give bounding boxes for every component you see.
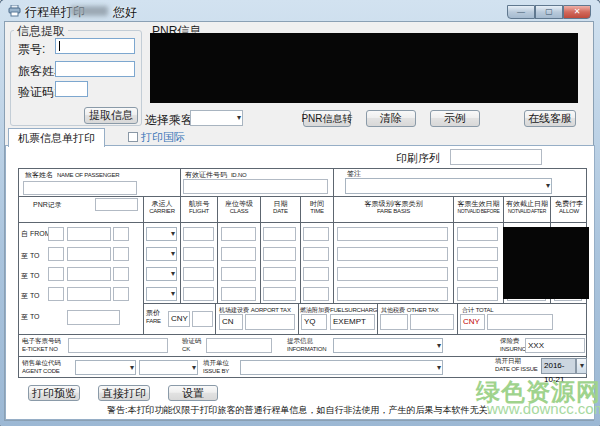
passenger-name-input[interactable] xyxy=(55,61,135,77)
print-seq-input[interactable] xyxy=(450,149,542,165)
from-code-input[interactable] xyxy=(48,227,64,241)
date-input-2[interactable] xyxy=(263,247,296,261)
print-intl-label: 打印国际 xyxy=(141,130,185,145)
fare-amount-input[interactable] xyxy=(192,311,213,327)
to1-terminal-input[interactable] xyxy=(113,247,129,261)
pnr-info-textarea[interactable] xyxy=(150,33,578,103)
form-line xyxy=(143,303,587,304)
form-name-input[interactable] xyxy=(23,181,137,195)
final-to-input[interactable] xyxy=(67,310,120,325)
example-button[interactable]: 示例 xyxy=(430,110,480,127)
pnr-convert-button[interactable]: PNR信息转 xyxy=(303,110,351,127)
carrier-combobox-4[interactable]: ▾ xyxy=(146,287,177,301)
notvalid-before-input-2[interactable] xyxy=(457,247,498,261)
farebasis-input-4[interactable] xyxy=(337,287,448,301)
notvalid-before-input-4[interactable] xyxy=(457,287,498,301)
minimize-button[interactable]: — xyxy=(507,5,535,19)
date-input-1[interactable] xyxy=(263,227,296,241)
to1-city-input[interactable] xyxy=(67,247,111,261)
total-amount-input[interactable] xyxy=(487,314,553,330)
form-line xyxy=(333,168,334,303)
captcha-label: 验证码: xyxy=(18,84,57,101)
date-input-3[interactable] xyxy=(263,267,296,281)
dropdown-arrow-icon: ▾ xyxy=(171,230,175,238)
class-input-1[interactable] xyxy=(221,227,256,241)
farebasis-input-2[interactable] xyxy=(337,247,448,261)
text-caret xyxy=(59,41,60,51)
to3-code-input[interactable] xyxy=(48,287,64,301)
issue-by-combobox[interactable]: ▾ xyxy=(240,360,443,375)
class-input-4[interactable] xyxy=(221,287,256,301)
information-combobox[interactable]: ▾ xyxy=(333,338,443,353)
eticket-input[interactable] xyxy=(68,338,168,353)
from-city-input[interactable] xyxy=(67,227,111,241)
endorsement-combobox[interactable]: ▾ xyxy=(345,178,552,194)
form-id-input[interactable] xyxy=(183,179,328,194)
to2-code-input[interactable] xyxy=(48,267,64,281)
notvalid-before-input-3[interactable] xyxy=(457,267,498,281)
flight-input-4[interactable] xyxy=(183,287,214,301)
time-input-1[interactable] xyxy=(303,227,329,241)
warning-text: 警告:本打印功能仅限于打印旅客的普通行程单信息，如自行非法使用，产生的后果与本软… xyxy=(107,404,497,417)
print-intl-checkbox[interactable] xyxy=(128,132,138,142)
extract-info-button[interactable]: 提取信息 xyxy=(84,107,138,124)
carrier-combobox-2[interactable]: ▾ xyxy=(146,247,177,261)
to2-city-input[interactable] xyxy=(67,267,111,281)
dropdown-arrow-icon: ▾ xyxy=(237,114,241,122)
carrier-combobox-1[interactable]: ▾ xyxy=(146,227,177,241)
col-notvalid-after-header: 有效截止日期NOTVALID AFTER xyxy=(504,199,550,215)
ck-input[interactable] xyxy=(206,338,272,353)
close-button[interactable]: ✕ xyxy=(563,5,591,19)
fare-currency-input[interactable]: CNY xyxy=(168,311,190,327)
form-line xyxy=(18,334,587,335)
insurance-input[interactable]: XXX xyxy=(525,338,585,353)
airport-tax-amount-input[interactable] xyxy=(245,314,295,330)
issue-date-drop-button[interactable]: ▾ xyxy=(576,358,587,374)
time-input-4[interactable] xyxy=(303,287,329,301)
tab-ticket-print[interactable]: 机票信息单打印 xyxy=(8,128,105,147)
flight-input-2[interactable] xyxy=(183,247,214,261)
agent-code-combobox-1[interactable]: ▾ xyxy=(75,360,136,375)
issue-date-picker[interactable]: 2016-10-21 xyxy=(541,358,576,374)
class-input-3[interactable] xyxy=(221,267,256,281)
direct-print-button[interactable]: 直接打印 xyxy=(98,385,150,401)
fuel-code-input[interactable]: YQ xyxy=(301,314,327,330)
to3-city-input[interactable] xyxy=(67,287,111,301)
online-service-button[interactable]: 在线客服 xyxy=(524,110,576,127)
class-input-2[interactable] xyxy=(221,247,256,261)
time-input-3[interactable] xyxy=(303,267,329,281)
redacted-username xyxy=(70,6,108,16)
captcha-input[interactable] xyxy=(55,81,88,97)
agent-code-combobox-2[interactable]: ▾ xyxy=(139,360,198,375)
total-currency-input[interactable]: CNY xyxy=(460,314,485,330)
farebasis-input-3[interactable] xyxy=(337,267,448,281)
flight-input-3[interactable] xyxy=(183,267,214,281)
clear-button[interactable]: 清除 xyxy=(366,110,416,127)
carrier-combobox-3[interactable]: ▾ xyxy=(146,267,177,281)
settings-button[interactable]: 设置 xyxy=(168,385,218,401)
greeting-text: 您好 xyxy=(113,4,137,21)
flight-input-1[interactable] xyxy=(183,227,214,241)
ticket-no-input[interactable] xyxy=(55,38,135,54)
pnr-record-input[interactable] xyxy=(95,198,138,211)
farebasis-input-1[interactable] xyxy=(337,227,448,241)
form-line xyxy=(180,168,181,303)
airport-tax-code-input[interactable]: CN xyxy=(219,314,243,330)
dropdown-arrow-icon: ▾ xyxy=(546,182,550,190)
from-terminal-input[interactable] xyxy=(113,227,129,241)
other-tax-code-input[interactable] xyxy=(380,314,408,330)
notvalid-before-input-1[interactable] xyxy=(457,227,498,241)
other-tax-amount-input[interactable] xyxy=(410,314,454,330)
dropdown-arrow-icon: ▾ xyxy=(437,341,441,349)
date-input-4[interactable] xyxy=(263,287,296,301)
maximize-button[interactable]: ▢ xyxy=(535,5,563,19)
fuel-amount-input[interactable]: EXEMPT xyxy=(330,314,375,330)
print-preview-button[interactable]: 打印预览 xyxy=(28,385,80,401)
col-allow-header: 免费行李ALLOW xyxy=(551,199,587,215)
to1-code-input[interactable] xyxy=(48,247,64,261)
to2-terminal-input[interactable] xyxy=(113,267,129,281)
time-input-2[interactable] xyxy=(303,247,329,261)
col-date-header: 日期DATE xyxy=(261,199,300,215)
to3-terminal-input[interactable] xyxy=(113,287,129,301)
select-passenger-combobox[interactable]: ▾ xyxy=(190,110,243,126)
